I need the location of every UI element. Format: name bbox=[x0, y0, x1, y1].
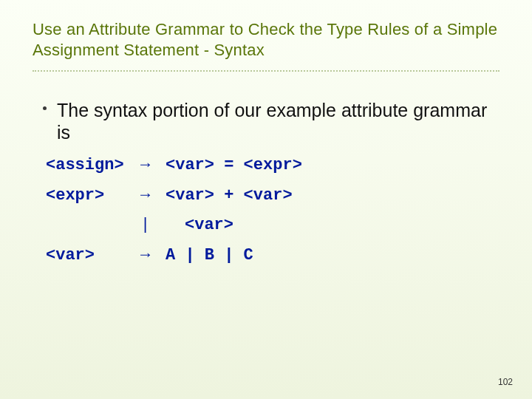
slide: Use an Attribute Grammar to Check the Ty… bbox=[0, 0, 532, 399]
bullet-text: The syntax portion of our example attrib… bbox=[57, 99, 499, 143]
grammar-rule: <expr> → <var> + <var> bbox=[46, 181, 499, 211]
grammar-rhs: A | B | C bbox=[166, 241, 499, 271]
bullet-dot-icon bbox=[43, 106, 47, 110]
grammar-rule: <var> → A | B | C bbox=[46, 241, 499, 271]
grammar-pipe: | bbox=[140, 211, 166, 241]
grammar-lhs: <assign> bbox=[46, 151, 140, 181]
grammar-rule: <assign> → <var> = <expr> bbox=[46, 151, 499, 181]
grammar-block: <assign> → <var> = <expr> <expr> → <var>… bbox=[46, 151, 499, 271]
grammar-rhs: <var> = <expr> bbox=[166, 151, 499, 181]
grammar-lhs: <expr> bbox=[46, 181, 140, 211]
bullet-item: The syntax portion of our example attrib… bbox=[43, 99, 499, 143]
grammar-arrow: → bbox=[140, 181, 166, 211]
grammar-rule-alt: | <var> bbox=[46, 211, 499, 241]
grammar-arrow: → bbox=[140, 151, 166, 181]
slide-title: Use an Attribute Grammar to Check the Ty… bbox=[33, 19, 499, 60]
slide-body: The syntax portion of our example attrib… bbox=[33, 99, 499, 271]
grammar-rhs: <var> + <var> bbox=[166, 181, 499, 211]
grammar-lhs: <var> bbox=[46, 241, 140, 271]
grammar-rhs: <var> bbox=[166, 211, 499, 241]
page-number: 102 bbox=[498, 377, 513, 387]
grammar-arrow: → bbox=[140, 241, 166, 271]
divider-dotted bbox=[33, 70, 499, 72]
